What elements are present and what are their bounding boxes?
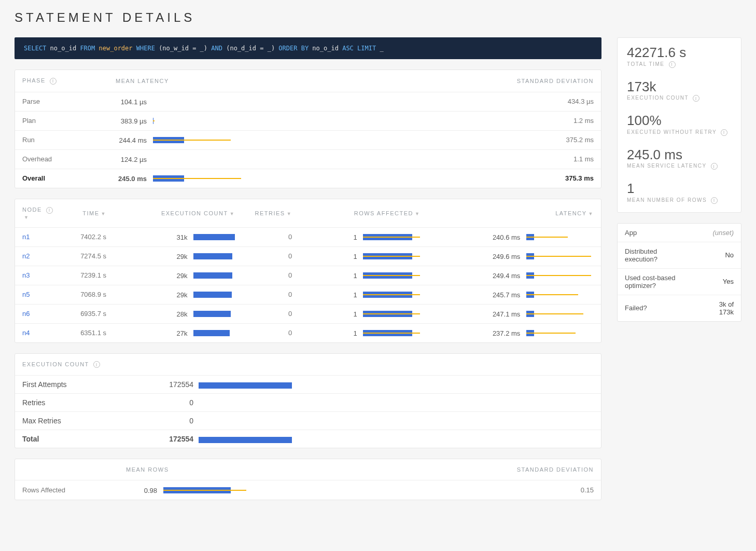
mean-rows-value: 0.98 [119,480,497,500]
info-icon[interactable]: i [721,129,727,136]
mean-latency-value: 383.9 µs [108,111,497,130]
exec-count-value: 27k [114,323,242,342]
sort-caret-icon[interactable]: ▼ [24,215,29,220]
rows-affected-table: Mean Rows Standard Deviation Rows Affect… [15,459,601,499]
retries-value: 0 [242,304,299,323]
rows-affected-panel: Mean Rows Standard Deviation Rows Affect… [15,459,601,500]
table-row: Run 244.4 ms 375.2 ms [15,130,601,149]
exec-value: 172554 [157,380,193,389]
latency-value: 237.2 ms [427,323,601,342]
mean-rows-header[interactable]: Mean Rows [119,459,497,480]
info-icon[interactable]: i [50,78,57,85]
info-icon[interactable]: i [711,197,718,204]
rows-affected-label: Rows Affected [15,480,119,500]
sort-caret-icon[interactable]: ▼ [230,211,235,216]
std-dev-header[interactable]: Standard Deviation [497,70,601,92]
table-row: n2 7274.5 s 29k 0 1 249.6 ms [15,246,601,266]
phase-header[interactable]: Phase i [15,70,108,92]
table-row: Plan 383.9 µs 1.2 ms [15,111,601,130]
meta-failed-row: Failed? 3k of 173k [618,295,741,321]
time-value: 7274.5 s [67,246,114,266]
info-icon[interactable]: i [93,361,100,368]
node-link[interactable]: n3 [15,266,67,285]
sql-statement: SELECT no_o_id FROM new_order WHERE (no_… [15,37,601,59]
node-link[interactable]: n2 [15,246,67,266]
exec-count-header[interactable]: Execution Count▼ [114,199,242,227]
info-icon[interactable]: i [693,95,699,102]
rows-value: 1 [299,285,427,304]
node-link[interactable]: n4 [15,323,67,342]
node-header[interactable]: Node i ▼ [15,199,67,227]
meta-cost-row: Used cost-based optimizer? Yes [618,268,741,295]
mean-latency-header[interactable]: Mean Latency [108,70,497,92]
mean-latency-value: 245.0 ms [108,169,497,188]
exec-count-row: Max Retries 0 [15,412,601,430]
std-dev-value: 375.3 ms [497,169,601,188]
sort-caret-icon[interactable]: ▼ [101,211,106,216]
mean-latency-value: 104.1 µs [108,92,497,111]
node-link[interactable]: n5 [15,285,67,304]
sort-caret-icon[interactable]: ▼ [287,211,292,216]
sort-caret-icon[interactable]: ▼ [415,211,420,216]
exec-count-row: First Attempts 172554 [15,376,601,394]
stat-no-retry: 100% Executed Without Retry i [618,106,741,140]
exec-value: 0 [157,417,193,425]
table-row: n6 6935.7 s 28k 0 1 247.1 ms [15,304,601,323]
exec-count-value: 29k [114,285,242,304]
info-icon[interactable]: i [669,61,676,68]
exec-count-value: 28k [114,304,242,323]
exec-count-value: 29k [114,246,242,266]
phase-latency-panel: Phase i Mean Latency Standard Deviation … [15,70,601,188]
table-row: n4 6351.1 s 27k 0 1 237.2 ms [15,323,601,342]
exec-label: Total [22,435,157,443]
latency-header[interactable]: Latency▼ [427,199,601,227]
retries-value: 0 [242,323,299,342]
phase-latency-table: Phase i Mean Latency Standard Deviation … [15,70,601,188]
node-link[interactable]: n1 [15,227,67,246]
time-header[interactable]: Time▼ [67,199,114,227]
time-value: 7239.1 s [67,266,114,285]
retries-value: 0 [242,246,299,266]
mean-latency-value: 124.2 µs [108,149,497,169]
latency-value: 247.1 ms [427,304,601,323]
rows-value: 1 [299,227,427,246]
std-dev-header[interactable]: Standard Deviation [497,459,601,480]
info-icon[interactable]: i [711,163,718,170]
time-value: 7068.9 s [67,285,114,304]
retries-header[interactable]: Retries▼ [242,199,299,227]
phase-label: Parse [15,92,108,111]
meta-dist-row: Distributed execution? No [618,242,741,268]
page-title: STATEMENT DETAILS [15,10,741,25]
node-link[interactable]: n6 [15,304,67,323]
summary-panel: 42271.6 s Total Time i 173k Execution Co… [617,37,741,213]
std-dev-value: 375.2 ms [497,130,601,149]
node-stats-panel: Node i ▼ Time▼ Execution Count▼ Retries▼ [15,199,601,343]
info-icon[interactable]: i [46,207,53,214]
time-value: 6351.1 s [67,323,114,342]
rows-value: 1 [299,246,427,266]
exec-label: Retries [22,398,157,407]
retries-value: 0 [242,266,299,285]
meta-panel: App (unset) Distributed execution? No Us… [617,223,741,322]
execution-count-header: Execution Count i [15,354,601,376]
rows-value: 1 [299,304,427,323]
exec-label: First Attempts [22,380,157,389]
std-dev-value: 1.2 ms [497,111,601,130]
node-stats-table: Node i ▼ Time▼ Execution Count▼ Retries▼ [15,199,601,342]
rows-value: 1 [299,266,427,285]
latency-value: 249.4 ms [427,266,601,285]
table-row: Rows Affected 0.98 0.15 [15,480,601,500]
phase-label: Overhead [15,149,108,169]
rows-header[interactable]: Rows Affected▼ [299,199,427,227]
exec-count-row: Total 172554 [15,430,601,448]
time-value: 6935.7 s [67,304,114,323]
execution-count-panel: Execution Count i First Attempts 172554 … [15,353,601,449]
latency-value: 245.7 ms [427,285,601,304]
phase-label: Run [15,130,108,149]
stat-mean-latency: 245.0 ms Mean Service Latency i [618,140,741,174]
exec-count-value: 31k [114,227,242,246]
sort-caret-icon[interactable]: ▼ [589,211,594,216]
meta-app-row: App (unset) [618,224,741,242]
std-dev-value: 434.3 µs [497,92,601,111]
latency-value: 240.6 ms [427,227,601,246]
